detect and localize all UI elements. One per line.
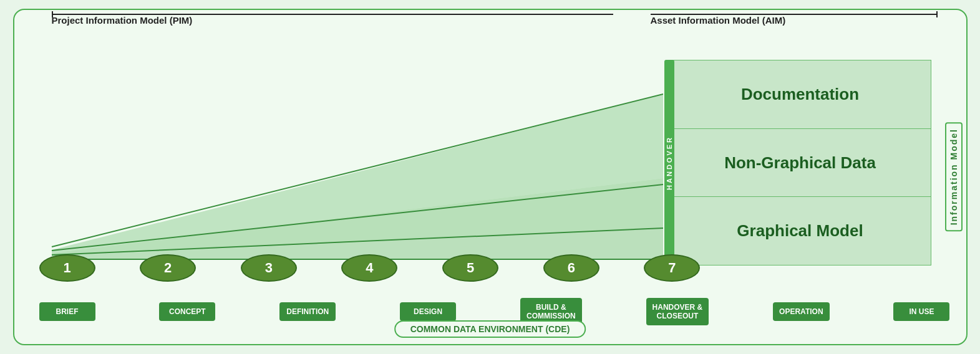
label-handover-closeout: HANDOVER &CLOSEOUT	[646, 298, 709, 325]
cde-label: COMMON DATA ENVIRONMENT (CDE)	[394, 320, 586, 338]
label-operation: OPERATION	[773, 302, 829, 321]
label-in-use: IN USE	[893, 302, 949, 321]
stage-1: 1	[39, 254, 95, 282]
stage-3: 3	[241, 254, 297, 282]
label-design: DESIGN	[400, 302, 456, 321]
stage-7: 7	[644, 254, 700, 282]
aim-label: Asset Information Model (AIM)	[651, 15, 786, 26]
handover-bar: HANDOVER	[664, 60, 674, 266]
stages-row: 1 2 3 4 5 6 7	[39, 254, 701, 282]
label-concept: CONCEPT	[159, 302, 215, 321]
aim-documentation: Documentation	[670, 60, 931, 129]
aim-non-graphical: Non-Graphical Data	[670, 129, 931, 198]
info-model-label: Information Model	[945, 85, 963, 269]
aim-graphical-model: Graphical Model	[670, 197, 931, 265]
pim-label: Project Information Model (PIM)	[52, 15, 193, 26]
label-definition: DEFINITION	[279, 302, 336, 321]
stage-6: 6	[543, 254, 599, 282]
info-model-text: Information Model	[945, 122, 963, 231]
label-brief: BRIEF	[39, 302, 95, 321]
diagram-svg	[39, 35, 663, 284]
stage-4: 4	[341, 254, 397, 282]
stage-2: 2	[140, 254, 196, 282]
stage-5: 5	[442, 254, 498, 282]
handover-label: HANDOVER	[666, 136, 673, 190]
main-container: Project Information Model (PIM) Asset In…	[13, 9, 968, 345]
aim-box: Documentation Non-Graphical Data Graphic…	[669, 60, 931, 266]
